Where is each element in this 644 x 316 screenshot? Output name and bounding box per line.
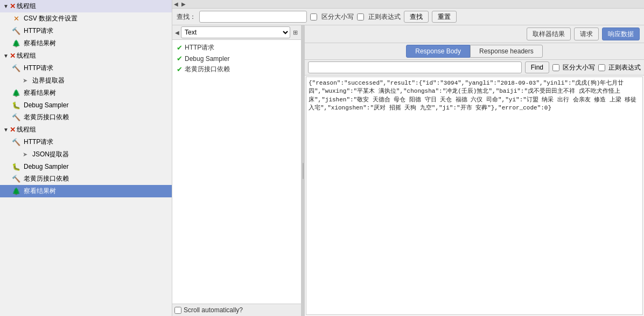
thread-group-3-label: 线程组	[17, 125, 36, 134]
tree-icon-3: 🌲	[12, 187, 20, 196]
laohuang2-item[interactable]: 🔨 老黄历接口依赖	[0, 173, 172, 185]
right-regex-checkbox[interactable]	[598, 64, 605, 71]
csv-item[interactable]: ✕ CSV 数据文件设置	[0, 12, 172, 25]
top-scroll-bar: ◀ ▶	[172, 0, 644, 9]
expand-triangle-2: ▼	[3, 53, 9, 59]
hammer-icon-lh1: 🔨	[12, 113, 20, 122]
right-find-button[interactable]: Find	[525, 61, 549, 73]
thread-group-icon-2: ✕	[10, 52, 16, 60]
find-input[interactable]	[199, 11, 307, 23]
tree1-item[interactable]: 🌲 察看结果树	[0, 37, 172, 50]
laohuang2-label: 老黄历接口依赖	[24, 174, 69, 183]
sub-tab-body[interactable]: Response Body	[406, 45, 470, 58]
debug2-item[interactable]: 🐛 Debug Sampler	[0, 161, 172, 173]
scroll-right-arrow[interactable]: ▶	[180, 1, 187, 8]
scroll-auto-label: Scroll automatically?	[184, 306, 243, 314]
http2-label: HTTP请求	[24, 64, 53, 73]
laohuang1-label: 老黄历接口依赖	[24, 113, 69, 122]
hammer-icon-2: 🔨	[12, 64, 20, 73]
left-panel: ◀ Text JSON XML HTML RegEx Tester ⊞ ✔ HT…	[172, 25, 302, 316]
right-case-checkbox[interactable]	[552, 64, 559, 71]
thread-group-2-row[interactable]: ▼ ✕ 线程组	[0, 50, 172, 62]
csv-icon: ✕	[12, 15, 20, 23]
case-sensitive-checkbox[interactable]	[310, 13, 317, 20]
tree2-item[interactable]: 🌲 察看结果树	[0, 87, 172, 99]
thread-group-3-row[interactable]: ▼ ✕ 线程组	[0, 123, 172, 136]
right-find-row: Find 区分大小写 正则表达式	[305, 60, 644, 75]
extractor2-label: JSON提取器	[32, 150, 69, 159]
right-case-label: 区分大小写	[563, 63, 595, 72]
laohuang1-item[interactable]: 🔨 老黄历接口依赖	[0, 111, 172, 123]
right-panel: 取样器结果 请求 响应数据 Response Body Response hea…	[305, 25, 644, 316]
response-body[interactable]: {"reason":"successed","result":{"id":"30…	[306, 77, 643, 315]
find-bar: 查找： 区分大小写 正则表达式 查找 重置	[172, 9, 644, 25]
find-label: 查找：	[177, 12, 196, 22]
tab-sampler-result[interactable]: 取样器结果	[527, 28, 571, 40]
expand-triangle-3: ▼	[3, 127, 9, 133]
expand-icon[interactable]: ⊞	[290, 28, 300, 37]
debug2-label: Debug Sampler	[24, 163, 68, 170]
csv-label: CSV 数据文件设置	[24, 14, 78, 23]
thread-group-icon: ✕	[10, 2, 16, 10]
right-regex-label: 正则表达式	[608, 63, 641, 72]
case-sensitive-label: 区分大小写	[321, 12, 354, 22]
check-http: ✔	[177, 44, 183, 52]
check-debug: ✔	[177, 54, 183, 63]
debug1-item[interactable]: 🐛 Debug Sampler	[0, 99, 172, 111]
scroll-auto-checkbox[interactable]	[174, 307, 181, 314]
right-find-input[interactable]	[308, 61, 522, 73]
content-area: ◀ Text JSON XML HTML RegEx Tester ⊞ ✔ HT…	[172, 25, 644, 316]
hammer-icon-1: 🔨	[12, 27, 20, 36]
http2-item[interactable]: 🔨 HTTP请求	[0, 62, 172, 74]
tree-icon-2: 🌲	[12, 89, 20, 98]
scroll-auto-check: Scroll automatically?	[174, 306, 243, 314]
sub-icon-2: ➤	[20, 150, 29, 159]
tab-response-data[interactable]: 响应数据	[602, 28, 640, 40]
tree-area: ✔ HTTP请求 ✔ Debug Sampler ✔ 老黄历接口依赖	[172, 40, 301, 304]
http3-item[interactable]: 🔨 HTTP请求	[0, 136, 172, 148]
extractor2-item[interactable]: ➤ JSON提取器	[0, 148, 172, 161]
debug-icon-1: 🐛	[12, 101, 20, 109]
hammer-icon-3: 🔨	[12, 138, 20, 147]
tree1-label: 察看结果树	[24, 39, 56, 48]
tree-item-http[interactable]: ✔ HTTP请求	[174, 42, 299, 53]
sub-tabs-row: Response Body Response headers	[305, 43, 644, 60]
tree3-item[interactable]: 🌲 察看结果树	[0, 185, 172, 197]
thread-group-icon-3: ✕	[10, 126, 16, 134]
regex-label: 正则表达式	[368, 12, 401, 22]
extractor1-item[interactable]: ➤ 边界提取器	[0, 74, 172, 87]
tree-label-laohuang: 老黄历接口依赖	[185, 65, 230, 74]
left-panel-header: ◀ Text JSON XML HTML RegEx Tester ⊞	[172, 25, 301, 40]
expand-triangle-1: ▼	[3, 3, 9, 9]
debug-icon-2: 🐛	[12, 162, 20, 171]
left-panel-footer: Scroll automatically?	[172, 304, 301, 316]
thread-group-1-row[interactable]: ▼ ✕ 线程组	[0, 0, 172, 12]
type-select[interactable]: Text JSON XML HTML RegEx Tester	[181, 26, 290, 38]
regex-checkbox[interactable]	[357, 13, 364, 20]
tree-label-http: HTTP请求	[185, 43, 214, 52]
tab-request[interactable]: 请求	[574, 28, 599, 40]
debug1-label: Debug Sampler	[24, 101, 68, 109]
collapse-left-arrow[interactable]: ◀	[173, 29, 181, 36]
tree-item-laohuang[interactable]: ✔ 老黄历接口依赖	[174, 64, 299, 75]
tree-label-debug: Debug Sampler	[185, 55, 229, 63]
tree3-label: 察看结果树	[24, 187, 56, 196]
sidebar: ▼ ✕ 线程组 ✕ CSV 数据文件设置 🔨 HTTP请求 🌲 察看结果树 ▼ …	[0, 0, 172, 316]
http1-item[interactable]: 🔨 HTTP请求	[0, 25, 172, 37]
check-laohuang: ✔	[177, 65, 183, 73]
tree-icon-1: 🌲	[12, 39, 20, 48]
find-button[interactable]: 查找	[404, 11, 429, 23]
sub-icon-1: ➤	[20, 77, 29, 85]
sub-tab-headers[interactable]: Response headers	[470, 45, 543, 58]
tabs-row: 取样器结果 请求 响应数据	[305, 25, 644, 43]
extractor1-label: 边界提取器	[32, 76, 65, 85]
http3-label: HTTP请求	[24, 138, 53, 147]
tree-item-debug[interactable]: ✔ Debug Sampler	[174, 53, 299, 64]
reset-button[interactable]: 重置	[432, 11, 457, 23]
tree2-label: 察看结果树	[24, 88, 56, 98]
thread-group-1-label: 线程组	[17, 2, 36, 11]
thread-group-2-label: 线程组	[17, 51, 36, 60]
scroll-left-arrow[interactable]: ◀	[172, 1, 180, 8]
hammer-icon-lh2: 🔨	[12, 175, 20, 183]
main-panel: ◀ ▶ 查找： 区分大小写 正则表达式 查找 重置 ◀ Text JSON XM…	[172, 0, 644, 316]
